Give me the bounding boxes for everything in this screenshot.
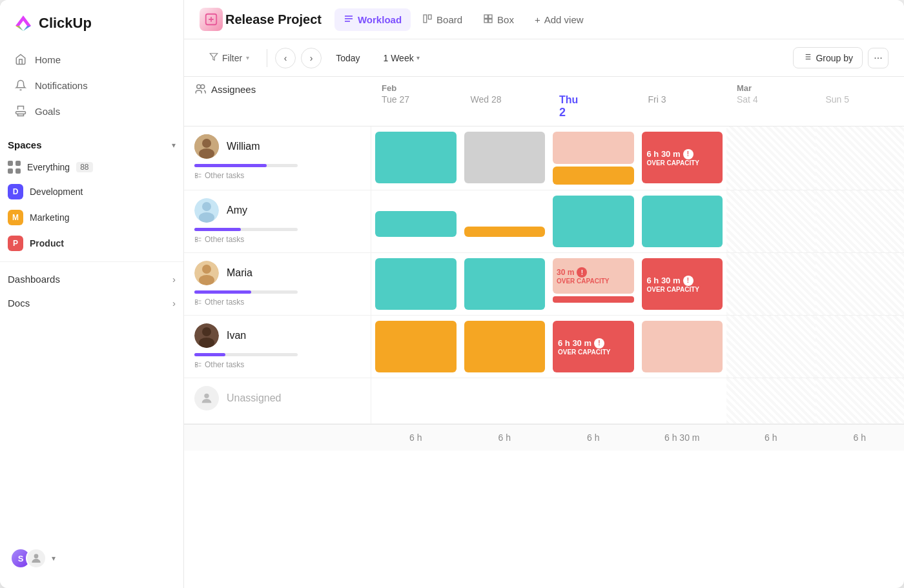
maria-assignee-cell: Maria Other tasks [184, 253, 371, 315]
row-william: William Other tasks [184, 127, 904, 190]
day-sun: Sun 5 [826, 94, 894, 105]
nav-dashboards[interactable]: Dashboards › [0, 267, 183, 291]
nav-docs[interactable]: Docs › [0, 291, 183, 315]
nav-notifications[interactable]: Notifications [6, 72, 177, 98]
william-cell-thu [549, 127, 638, 190]
ivan-cell-sat [726, 316, 816, 378]
william-other-tasks[interactable]: Other tasks [194, 171, 360, 180]
row-maria: Maria Other tasks [184, 253, 904, 316]
spaces-section: Spaces ▾ Everything 88 D Development M M… [0, 134, 183, 256]
svg-rect-47 [196, 363, 198, 365]
week-selector-button[interactable]: 1 Week ▾ [374, 48, 428, 68]
home-icon [14, 53, 27, 66]
toolbar: Filter ▾ ‹ › Today 1 Week ▾ Group by [184, 39, 904, 77]
more-options-button[interactable]: ··· [868, 48, 889, 68]
group-by-label: Group by [816, 53, 853, 63]
svg-point-21 [197, 85, 201, 88]
sidebar-item-marketing[interactable]: M Marketing [0, 205, 183, 230]
william-avatar [194, 134, 219, 159]
bottom-nav: Dashboards › Docs › [0, 261, 183, 315]
sidebar-item-everything[interactable]: Everything 88 [0, 156, 183, 179]
william-info: William [194, 134, 360, 159]
today-button[interactable]: Today [327, 48, 369, 68]
marketing-label: Marketing [30, 212, 69, 223]
svg-rect-8 [424, 15, 427, 23]
svg-point-46 [199, 338, 214, 348]
svg-point-25 [199, 148, 214, 159]
group-by-icon [803, 52, 812, 63]
unassigned-cell-thu [549, 378, 638, 423]
maria-other-tasks[interactable]: Other tasks [194, 298, 360, 307]
everything-count: 88 [76, 162, 92, 172]
william-progress-bar [194, 164, 267, 167]
william-cell-sat [726, 127, 816, 190]
spaces-header[interactable]: Spaces ▾ [0, 134, 183, 156]
day-tue: Tue 27 [382, 94, 450, 105]
toolbar-divider [267, 49, 267, 67]
unassigned-cell-sat [726, 378, 816, 423]
prev-arrow-button[interactable]: ‹ [275, 48, 296, 68]
board-icon [422, 14, 433, 26]
sidebar-item-product[interactable]: P Product [0, 230, 183, 256]
svg-point-51 [204, 394, 209, 398]
william-assignee-cell: William Other tasks [184, 127, 371, 190]
nav-home[interactable]: Home [6, 46, 177, 72]
amy-info: Amy [194, 198, 360, 223]
month-spacer3 [648, 83, 717, 93]
amy-cell-sat [726, 190, 816, 252]
tab-board[interactable]: Board [413, 8, 471, 31]
nav-goals[interactable]: Goals [6, 98, 177, 124]
docs-chevron-icon: › [172, 298, 176, 309]
dashboards-label: Dashboards [8, 274, 60, 285]
add-icon: + [535, 14, 540, 25]
product-label: Product [30, 238, 64, 248]
ivan-other-tasks[interactable]: Other tasks [194, 360, 360, 369]
svg-rect-11 [489, 15, 492, 18]
svg-marker-1 [15, 26, 31, 31]
tab-box[interactable]: Box [474, 8, 523, 31]
footer-cell-4: 6 h 30 m [638, 425, 727, 451]
nav-goals-label: Goals [35, 106, 60, 117]
william-cell-tue [371, 127, 460, 190]
sidebar-item-development[interactable]: D Development [0, 179, 183, 205]
amy-assignee-cell: Amy Other tasks [184, 190, 371, 252]
day-col-4: Fri 3 [638, 77, 727, 126]
day-col-5: Mar Sat 4 [726, 77, 816, 126]
svg-rect-27 [196, 176, 198, 178]
development-badge: D [8, 184, 23, 199]
ivan-progress-container [194, 353, 298, 356]
tab-workload[interactable]: Workload [334, 8, 411, 31]
svg-point-32 [199, 212, 214, 223]
logo-text: ClickUp [39, 15, 92, 32]
svg-point-31 [202, 202, 211, 211]
filter-down-icon: ▾ [246, 54, 249, 61]
unassigned-cell-wed [460, 378, 550, 423]
ivan-cell-sun [816, 316, 905, 378]
main-content: Release Project Workload Board Box [184, 0, 904, 588]
group-by-button[interactable]: Group by [793, 47, 863, 68]
workload-icon [344, 14, 354, 26]
grid-inner: Assignees Feb Tue 27 Wed 28 Thu [184, 77, 904, 451]
avatar-user-2 [26, 548, 46, 569]
svg-rect-26 [196, 174, 198, 176]
maria-cell-tue [371, 253, 460, 315]
topbar: Release Project Workload Board Box [184, 0, 904, 39]
svg-point-24 [202, 139, 211, 148]
filter-button[interactable]: Filter ▾ [200, 47, 259, 68]
unassigned-assignee-cell: Unassigned [184, 378, 371, 423]
amy-cell-tue [371, 190, 460, 252]
next-arrow-button[interactable]: › [301, 48, 322, 68]
footer-cell-1: 6 h [371, 425, 460, 451]
amy-progress-container [194, 228, 298, 231]
row-ivan: Ivan Other tasks [184, 316, 904, 378]
project-icon [200, 8, 223, 31]
add-view-button[interactable]: + Add view [526, 9, 593, 30]
svg-rect-9 [428, 15, 431, 19]
amy-cell-wed [460, 190, 550, 252]
amy-other-tasks[interactable]: Other tasks [194, 235, 360, 244]
product-badge: P [8, 236, 23, 251]
day-col-1: Feb Tue 27 [371, 77, 460, 126]
amy-cell-thu [549, 190, 638, 252]
unassigned-cell-fri [638, 378, 727, 423]
development-label: Development [30, 187, 83, 197]
